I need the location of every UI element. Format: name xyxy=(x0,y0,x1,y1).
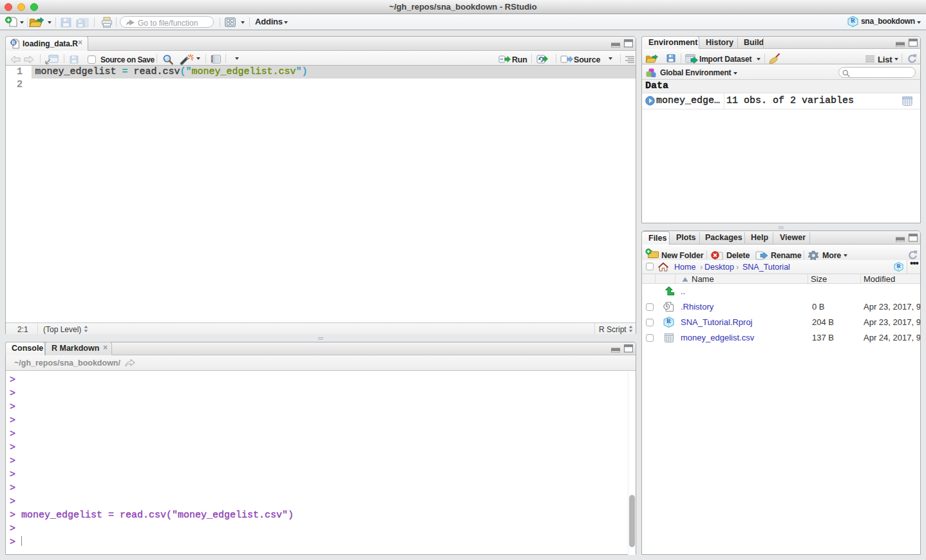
svg-text:R: R xyxy=(12,40,15,46)
